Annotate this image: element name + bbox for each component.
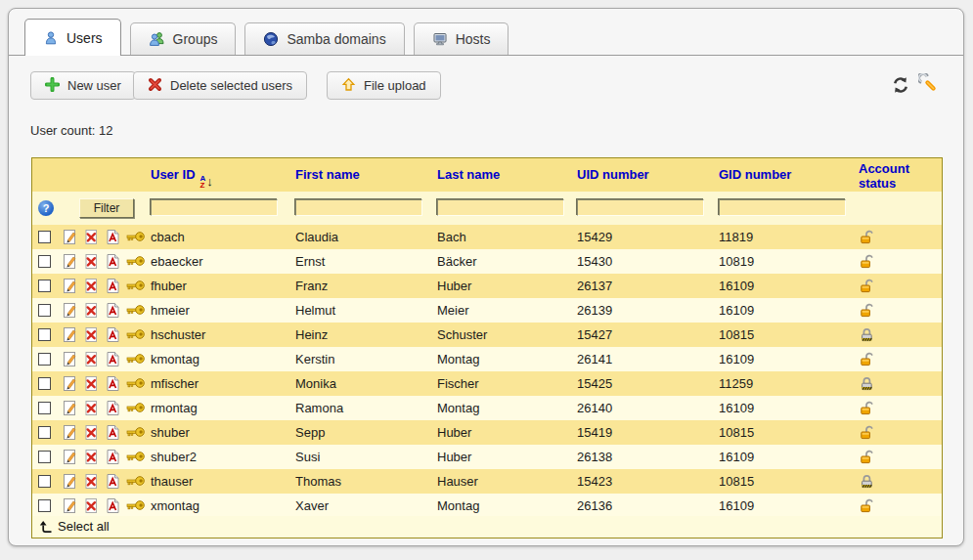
edit-icon[interactable] [62,473,78,490]
pdf-icon[interactable] [105,473,121,490]
row-checkbox[interactable] [38,328,51,341]
password-key-icon[interactable] [126,351,143,367]
edit-icon[interactable] [62,400,78,416]
row-actions [62,278,143,294]
row-checkbox[interactable] [38,402,51,414]
column-header-uid-number[interactable]: UID number [577,158,649,192]
row-checkbox[interactable] [38,353,51,366]
help-icon[interactable]: ? [38,200,54,216]
user-id-cell[interactable]: shuber2 [151,445,197,469]
pdf-icon[interactable] [105,424,121,441]
row-checkbox[interactable] [38,426,51,439]
filter-uid-number-input[interactable] [577,199,704,216]
row-checkbox[interactable] [38,231,51,243]
row-checkbox[interactable] [38,255,51,268]
user-id-cell[interactable]: thauser [151,469,193,494]
edit-icon[interactable] [62,253,78,270]
row-checkbox[interactable] [38,499,51,512]
user-id-cell[interactable]: fhuber [151,274,187,298]
column-header-gid-number[interactable]: GID number [719,158,791,192]
row-actions [62,253,143,270]
last-name-cell: Meier [437,298,469,323]
filter-last-name-input[interactable] [437,199,564,216]
password-key-icon[interactable] [126,326,143,343]
pdf-icon[interactable] [105,302,121,319]
password-key-icon[interactable] [126,229,143,245]
column-header-first-name[interactable]: First name [295,158,360,192]
filter-gid-number-input[interactable] [719,199,846,216]
password-key-icon[interactable] [126,278,143,294]
user-id-cell[interactable]: cbach [151,225,185,249]
edit-icon[interactable] [62,326,78,343]
pdf-icon[interactable] [105,229,121,245]
edit-icon[interactable] [62,449,78,465]
user-id-cell[interactable]: ebaecker [151,249,202,274]
user-id-cell[interactable]: hmeier [151,298,190,323]
gid-number-cell: 16109 [719,396,754,420]
row-checkbox[interactable] [38,280,51,292]
edit-icon[interactable] [62,351,78,367]
delete-icon[interactable] [83,229,100,245]
pdf-icon[interactable] [105,400,121,416]
user-id-cell[interactable]: kmontag [151,347,199,371]
edit-icon[interactable] [62,424,78,441]
row-checkbox[interactable] [38,451,51,463]
filter-first-name-input[interactable] [295,199,422,216]
tab-users[interactable]: Users [24,19,121,56]
delete-icon[interactable] [83,473,100,490]
row-checkbox[interactable] [38,475,51,488]
delete-selected-users-button[interactable]: Delete selected users [133,71,307,100]
password-key-icon[interactable] [126,253,143,270]
delete-icon[interactable] [83,302,100,319]
user-id-cell[interactable]: xmontag [151,494,199,518]
delete-icon[interactable] [83,400,100,416]
edit-icon[interactable] [62,375,78,392]
delete-icon[interactable] [83,424,100,441]
edit-icon[interactable] [62,229,78,245]
pdf-icon[interactable] [105,375,121,392]
delete-icon[interactable] [83,351,100,367]
pdf-icon[interactable] [105,326,121,343]
delete-icon[interactable] [83,278,100,294]
pdf-icon[interactable] [105,497,121,514]
row-checkbox[interactable] [38,304,51,317]
password-key-icon[interactable] [126,302,143,319]
user-id-cell[interactable]: hschuster [151,323,205,347]
delete-icon[interactable] [83,253,100,270]
select-all-row[interactable]: Select all [32,516,942,538]
password-key-icon[interactable] [126,497,143,514]
pdf-icon[interactable] [105,278,121,294]
refresh-icon[interactable] [891,75,910,95]
tab-groups[interactable]: Groups [130,22,237,55]
password-key-icon[interactable] [126,473,143,490]
delete-icon[interactable] [83,497,100,514]
edit-icon[interactable] [62,302,78,319]
filter-user-id-input[interactable] [151,199,278,216]
edit-icon[interactable] [62,497,78,514]
edit-icon[interactable] [62,278,78,294]
tab-hosts[interactable]: Hosts [414,22,509,55]
tools-wrench-icon[interactable] [918,73,938,93]
delete-icon[interactable] [83,449,100,465]
pdf-icon[interactable] [105,253,121,270]
password-key-icon[interactable] [126,424,143,441]
delete-icon[interactable] [83,375,100,392]
file-upload-button[interactable]: File upload [327,71,441,100]
unlocked-icon [859,449,875,465]
new-user-button[interactable]: New user [30,71,136,100]
user-id-cell[interactable]: mfischer [151,371,199,396]
delete-icon[interactable] [83,326,100,343]
user-id-cell[interactable]: shuber [151,420,190,445]
tab-samba-domains[interactable]: Samba domains [244,22,404,55]
password-key-icon[interactable] [126,449,143,465]
password-key-icon[interactable] [126,400,143,416]
column-header-last-name[interactable]: Last name [437,158,500,192]
tab-groups-label: Groups [173,31,218,47]
password-key-icon[interactable] [126,375,143,392]
row-checkbox[interactable] [38,377,51,390]
pdf-icon[interactable] [105,351,121,367]
pdf-icon[interactable] [105,449,121,465]
column-header-account-status[interactable]: Account status [859,161,941,191]
user-id-cell[interactable]: rmontag [151,396,198,420]
filter-button[interactable]: Filter [79,198,134,218]
